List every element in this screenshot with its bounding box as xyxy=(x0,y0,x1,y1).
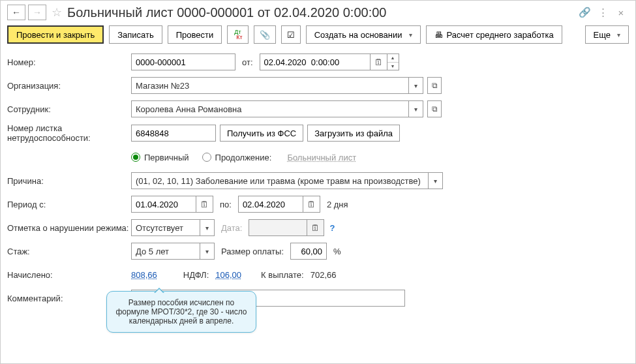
org-select[interactable]: Магазин №23 xyxy=(131,77,409,94)
seniority-dropdown-button[interactable]: ▾ xyxy=(200,243,215,260)
dt-kt-button[interactable]: Дт Кт xyxy=(227,25,248,44)
to-pay-value: 702,66 xyxy=(310,270,337,280)
avg-earnings-button[interactable]: 🖶Расчет среднего заработка xyxy=(426,25,562,44)
paperclip-icon: 📎 xyxy=(260,30,270,40)
attachment-button[interactable]: 📎 xyxy=(254,25,276,44)
doc-date-input[interactable] xyxy=(260,53,371,70)
page-title: Больничный лист 0000-000001 от 02.04.202… xyxy=(67,5,574,20)
accrued-link[interactable]: 808,66 xyxy=(131,270,157,280)
employee-select[interactable]: Королева Анна Романовна xyxy=(131,100,409,117)
pay-size-label: Размер оплаты: xyxy=(221,247,284,256)
checklist-icon: ☑ xyxy=(287,30,295,40)
org-label: Организация: xyxy=(7,81,131,91)
violation-date-input xyxy=(249,219,307,236)
reason-dropdown-button[interactable]: ▾ xyxy=(429,172,443,189)
continuation-radio-label: Продолжение: xyxy=(215,153,272,162)
print-icon: 🖶 xyxy=(434,30,443,40)
chevron-down-icon: ▾ xyxy=(409,31,412,38)
violation-select[interactable]: Отсутствует xyxy=(131,219,200,236)
kebab-menu-icon[interactable]: ⋮ xyxy=(595,5,611,20)
sicknote-label: Номер листка нетрудоспособности: xyxy=(7,123,131,143)
number-input[interactable] xyxy=(131,53,235,70)
nav-forward-button[interactable]: → xyxy=(28,5,46,20)
employee-open-button[interactable]: ⧉ xyxy=(427,100,442,117)
checklist-button[interactable]: ☑ xyxy=(281,25,301,44)
primary-radio-label: Первичный xyxy=(144,153,189,162)
ndfl-label: НДФЛ: xyxy=(183,270,209,280)
calendar-icon: 🗓 xyxy=(307,219,324,236)
load-file-button[interactable]: Загрузить из файла xyxy=(307,125,400,142)
violation-label: Отметка о нарушении режима: xyxy=(7,223,131,233)
link-icon[interactable]: 🔗 xyxy=(577,5,592,20)
submit-button[interactable]: Провести xyxy=(168,25,222,44)
number-label: Номер: xyxy=(7,57,131,67)
dt-kt-icon: Дт Кт xyxy=(233,29,242,40)
reason-select[interactable]: (01, 02, 10, 11) Заболевание или травма … xyxy=(131,172,429,189)
ndfl-link[interactable]: 106,00 xyxy=(215,270,241,280)
favorite-star-icon[interactable]: ☆ xyxy=(52,5,62,20)
primary-radio[interactable] xyxy=(131,153,140,162)
employee-label: Сотрудник: xyxy=(7,104,131,114)
org-open-button[interactable]: ⧉ xyxy=(427,77,442,94)
sicknote-input[interactable] xyxy=(131,125,216,142)
sicklist-link[interactable]: Больничный лист xyxy=(287,153,356,162)
calendar-icon[interactable]: 🗓 xyxy=(196,196,213,213)
violation-date-label: Дата: xyxy=(221,223,242,233)
violation-dropdown-button[interactable]: ▾ xyxy=(200,219,215,236)
chevron-down-icon: ▾ xyxy=(617,31,620,38)
seniority-select[interactable]: До 5 лет xyxy=(131,243,200,260)
calendar-icon[interactable]: 🗓 xyxy=(371,53,387,70)
nav-back-button[interactable]: ← xyxy=(7,5,25,20)
period-to-input[interactable] xyxy=(238,196,303,213)
close-icon[interactable]: × xyxy=(613,5,629,20)
org-dropdown-button[interactable]: ▾ xyxy=(409,77,423,94)
date-stepper[interactable]: ▲▼ xyxy=(387,53,399,70)
employee-dropdown-button[interactable]: ▾ xyxy=(409,100,423,117)
percent-label: % xyxy=(333,247,341,256)
more-button[interactable]: Еще▾ xyxy=(585,25,629,44)
continuation-radio[interactable] xyxy=(202,153,211,162)
get-fss-button[interactable]: Получить из ФСС xyxy=(220,125,303,142)
accrued-label: Начислено: xyxy=(7,270,131,280)
days-label: 2 дня xyxy=(327,200,348,209)
help-icon[interactable]: ? xyxy=(329,223,335,233)
tooltip-callout: Размер пособия исчислен по формуле МРОТ/… xyxy=(106,291,256,333)
seniority-label: Стаж: xyxy=(7,247,131,256)
from-label: от: xyxy=(242,57,253,67)
to-label: по: xyxy=(220,200,232,209)
period-from-label: Период с: xyxy=(7,200,131,209)
create-based-button[interactable]: Создать на основании▾ xyxy=(306,25,421,44)
reason-label: Причина: xyxy=(7,176,131,186)
submit-close-button[interactable]: Провести и закрыть xyxy=(7,25,104,44)
save-button[interactable]: Записать xyxy=(109,25,162,44)
calendar-icon[interactable]: 🗓 xyxy=(303,196,320,213)
to-pay-label: К выплате: xyxy=(261,270,304,280)
pay-size-input[interactable] xyxy=(290,243,327,260)
period-from-input[interactable] xyxy=(131,196,196,213)
